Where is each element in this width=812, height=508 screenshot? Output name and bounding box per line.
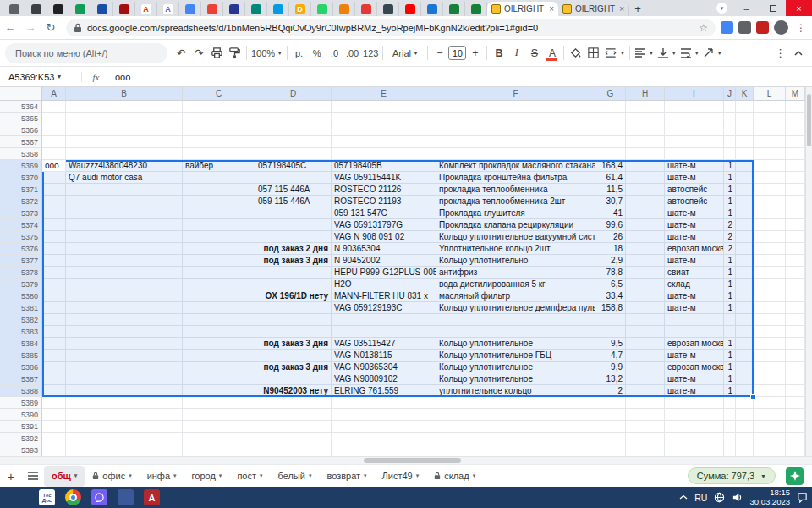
- cell-E5372[interactable]: ROSTECO 21193: [332, 196, 436, 207]
- cell-H5375[interactable]: [626, 231, 665, 243]
- format-percent-button[interactable]: %: [308, 43, 326, 64]
- cell-E5377[interactable]: N 90452002: [332, 255, 436, 267]
- cell-K5377[interactable]: [736, 255, 754, 267]
- menu-search-input[interactable]: Поиск по меню (Alt+/): [5, 43, 167, 64]
- cell-I5387[interactable]: шате-м: [665, 373, 724, 385]
- cell-J5386[interactable]: 1: [724, 362, 736, 373]
- cell-H5377[interactable]: [626, 255, 665, 267]
- cell-B5385[interactable]: [66, 350, 183, 362]
- format-currency-button[interactable]: р.: [290, 43, 308, 64]
- cell-B5374[interactable]: [66, 219, 183, 231]
- cell-H5387[interactable]: [626, 373, 665, 385]
- extension-icon[interactable]: [721, 21, 733, 34]
- cell-J5370[interactable]: 1: [724, 172, 736, 184]
- cell-L5393[interactable]: [754, 444, 786, 456]
- cell-B5383[interactable]: [66, 326, 183, 338]
- cell-H5382[interactable]: [626, 314, 665, 326]
- cell-I5377[interactable]: шате-м: [665, 255, 724, 267]
- cell-E5365[interactable]: [332, 113, 436, 124]
- cell-I5386[interactable]: еврозап москва: [665, 362, 724, 373]
- cell-K5366[interactable]: [736, 124, 754, 136]
- cell-I5381[interactable]: шате-м: [665, 302, 724, 314]
- row-header-5373[interactable]: 5373: [0, 207, 42, 219]
- cell-I5383[interactable]: [665, 326, 724, 338]
- cell-C5375[interactable]: [183, 231, 255, 243]
- cell-D5374[interactable]: [255, 219, 332, 231]
- cell-J5389[interactable]: [724, 397, 736, 409]
- column-header-F[interactable]: F: [436, 87, 595, 101]
- sheet-tab-склад[interactable]: склад▾: [426, 466, 483, 487]
- cell-C5376[interactable]: [183, 243, 255, 255]
- cell-A5385[interactable]: [42, 350, 66, 362]
- cell-D5385[interactable]: [255, 350, 332, 362]
- browser-tab[interactable]: [223, 2, 245, 16]
- cell-J5364[interactable]: [724, 101, 736, 113]
- cell-I5380[interactable]: шате-м: [665, 290, 724, 302]
- cell-K5384[interactable]: [736, 338, 754, 350]
- taskbar-app-a[interactable]: А: [144, 489, 160, 505]
- cell-M5367[interactable]: [786, 136, 805, 148]
- cell-B5376[interactable]: [66, 243, 183, 255]
- cell-C5383[interactable]: [183, 326, 255, 338]
- cell-H5391[interactable]: [626, 421, 665, 433]
- cell-D5381[interactable]: [255, 302, 332, 314]
- cell-C5364[interactable]: [183, 101, 255, 113]
- cell-G5368[interactable]: [595, 148, 626, 160]
- cell-J5373[interactable]: 1: [724, 207, 736, 219]
- cell-G5380[interactable]: 33,4: [595, 290, 626, 302]
- cell-F5381[interactable]: Кольцо уплотнительное демпфера пульсаций: [436, 302, 595, 314]
- taskbar-app-blue[interactable]: [118, 489, 134, 505]
- merge-cells-button[interactable]: ▼: [602, 43, 627, 64]
- cell-L5375[interactable]: [754, 231, 786, 243]
- sheet-tab-офис[interactable]: офис▾: [85, 466, 139, 487]
- cell-H5376[interactable]: [626, 243, 665, 255]
- cell-K5375[interactable]: [736, 231, 754, 243]
- cell-C5372[interactable]: [183, 196, 255, 207]
- cell-M5383[interactable]: [786, 326, 805, 338]
- sheet-tab-Лист49[interactable]: Лист49▾: [375, 466, 427, 487]
- cell-E5389[interactable]: [332, 397, 436, 409]
- column-header-I[interactable]: I: [665, 87, 724, 101]
- sum-indicator[interactable]: Сумма: 797,3▼: [688, 467, 776, 484]
- cell-C5391[interactable]: [183, 421, 255, 433]
- cell-D5370[interactable]: [255, 172, 332, 184]
- language-indicator[interactable]: RU: [694, 493, 707, 503]
- cell-K5390[interactable]: [736, 409, 754, 421]
- cell-D5367[interactable]: [255, 136, 332, 148]
- cell-L5371[interactable]: [754, 184, 786, 196]
- cell-K5367[interactable]: [736, 136, 754, 148]
- cell-G5382[interactable]: [595, 314, 626, 326]
- cell-C5377[interactable]: [183, 255, 255, 267]
- cell-G5370[interactable]: 61,4: [595, 172, 626, 184]
- cell-A5366[interactable]: [42, 124, 66, 136]
- cell-J5378[interactable]: 1: [724, 267, 736, 279]
- cell-H5372[interactable]: [626, 196, 665, 207]
- cell-G5391[interactable]: [595, 421, 626, 433]
- cell-M5379[interactable]: [786, 279, 805, 290]
- cell-D5383[interactable]: [255, 326, 332, 338]
- profile-avatar[interactable]: [774, 20, 788, 35]
- cell-G5373[interactable]: 41: [595, 207, 626, 219]
- cell-I5371[interactable]: автоспейс: [665, 184, 724, 196]
- cell-J5380[interactable]: 1: [724, 290, 736, 302]
- browser-menu-icon[interactable]: ⋮: [793, 22, 809, 34]
- cell-E5370[interactable]: VAG 059115441K: [332, 172, 436, 184]
- cell-E5384[interactable]: VAG 035115427: [332, 338, 436, 350]
- row-header-5390[interactable]: 5390: [0, 409, 42, 421]
- cell-A5386[interactable]: [42, 362, 66, 373]
- row-header-5382[interactable]: 5382: [0, 314, 42, 326]
- row-header-5389[interactable]: 5389: [0, 397, 42, 409]
- cell-F5384[interactable]: Кольцо уплотнительное: [436, 338, 595, 350]
- cell-L5386[interactable]: [754, 362, 786, 373]
- row-header-5368[interactable]: 5368: [0, 148, 42, 160]
- taskbar-app-chrome[interactable]: [65, 489, 81, 505]
- cell-B5366[interactable]: [66, 124, 183, 136]
- browser-tab[interactable]: A: [135, 2, 157, 16]
- cell-C5381[interactable]: [183, 302, 255, 314]
- browser-tab[interactable]: [267, 2, 289, 16]
- cell-D5382[interactable]: [255, 314, 332, 326]
- increase-font-size-button[interactable]: +: [466, 43, 484, 64]
- cell-G5376[interactable]: 18: [595, 243, 626, 255]
- cell-K5372[interactable]: [736, 196, 754, 207]
- cell-I5388[interactable]: шате-м: [665, 385, 724, 397]
